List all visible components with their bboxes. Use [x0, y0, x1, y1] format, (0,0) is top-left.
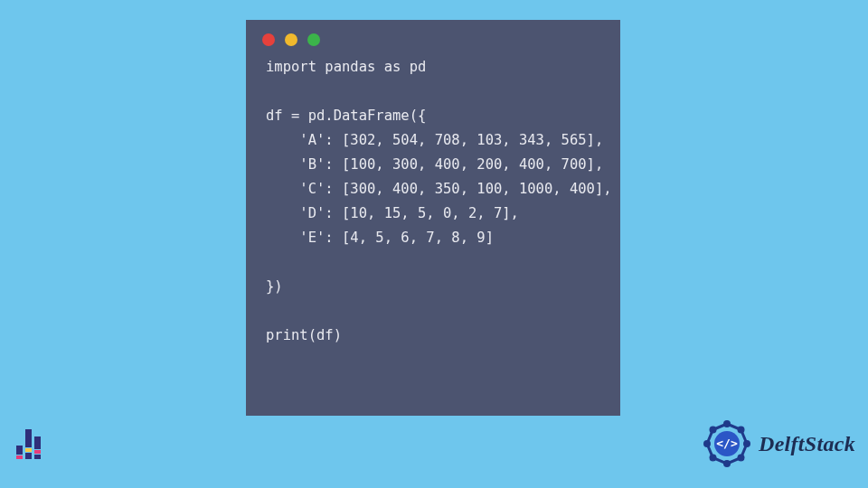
bars-icon: [14, 424, 52, 462]
logo-right: </> DelftStack: [701, 418, 855, 470]
svg-rect-0: [16, 446, 23, 455]
window-titlebar: [246, 20, 620, 50]
brand-text: DelftStack: [759, 432, 855, 456]
svg-rect-5: [34, 436, 41, 449]
logo-left: [14, 424, 52, 465]
minimize-icon: [285, 33, 297, 46]
svg-rect-3: [25, 448, 32, 452]
delftstack-icon: </>: [701, 418, 753, 470]
svg-rect-4: [25, 453, 32, 459]
svg-rect-2: [25, 429, 32, 447]
code-body: import pandas as pd df = pd.DataFrame({ …: [246, 50, 620, 361]
svg-rect-7: [34, 455, 41, 459]
maximize-icon: [307, 33, 320, 46]
svg-rect-6: [34, 450, 41, 454]
close-icon: [262, 33, 275, 46]
canvas: import pandas as pd df = pd.DataFrame({ …: [0, 0, 868, 488]
code-window: import pandas as pd df = pd.DataFrame({ …: [246, 20, 620, 416]
svg-rect-1: [16, 455, 23, 459]
svg-text:</>: </>: [716, 436, 738, 450]
